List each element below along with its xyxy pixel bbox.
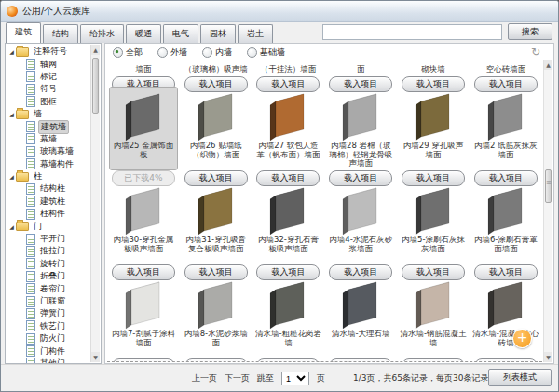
radio-icon[interactable] (247, 47, 257, 58)
tree-item-门构件[interactable]: 门构件 (7, 345, 90, 357)
tree-group-注释符号[interactable]: ◢注释符号 (7, 46, 90, 58)
tree-group-墙[interactable]: ◢墙 (7, 108, 90, 120)
family-tile-box[interactable]: 清水墙-钢筋混凝土墙 (400, 276, 467, 358)
grid-scroll-up-icon[interactable]: ▲ (544, 60, 552, 70)
tree-item-幕墙[interactable]: 幕墙 (7, 133, 90, 145)
family-tile[interactable]: 清水墙-混凝土空心砖墙载入项目 (470, 281, 542, 362)
tree-item-建筑墙[interactable]: 建筑墙 (7, 120, 90, 132)
expand-icon[interactable]: ◢ (7, 111, 16, 117)
tree-item-卷帘门[interactable]: 卷帘门 (7, 282, 90, 294)
load-into-project-button[interactable]: 载入项目 (402, 358, 465, 362)
family-tile[interactable]: 清水墙-钢筋混凝土墙载入项目 (397, 281, 470, 362)
family-tile-box[interactable]: 内墙29 穿孔吸声墙面 (400, 88, 467, 169)
family-tile-box[interactable]: 内墙26 贴墙纸（织物）墙面 (183, 88, 250, 169)
tree-item-幕墙构件[interactable]: 幕墙构件 (7, 158, 90, 170)
tree-item-玻璃幕墙[interactable]: 玻璃幕墙 (7, 145, 90, 157)
family-tile-box[interactable]: 内墙28 岩棉（玻璃棉）轻钢龙骨吸声墙面 (327, 88, 394, 169)
filter-外墙[interactable]: 外墙 (157, 47, 187, 59)
tab-园林[interactable]: 园林 (200, 24, 236, 43)
family-tile-box[interactable]: 内墙7-刮腻子涂料墙面 (110, 276, 177, 358)
tree-item-铁艺门[interactable]: 铁艺门 (7, 320, 90, 332)
family-tile-box[interactable]: 内墙6-涂刷石膏罩面墙面 (472, 182, 539, 264)
tree-item-柱构件[interactable]: 柱构件 (7, 208, 90, 220)
family-tile-box[interactable]: 清水墙-粗糙花岗岩墙 (255, 276, 322, 358)
family-tile-box[interactable]: 内墙30-穿孔金属板吸声墙面 (110, 182, 177, 264)
next-page-link[interactable]: 下一页 (225, 372, 250, 385)
tree-scrollbar[interactable]: ▲ ▼ (90, 45, 100, 362)
tab-给排水[interactable]: 给排水 (80, 24, 124, 43)
family-tile-box[interactable]: 内墙8-水泥砂浆墙面 (183, 276, 250, 358)
tree-item-弹簧门[interactable]: 弹簧门 (7, 307, 90, 319)
tree-item-平开门[interactable]: 平开门 (7, 233, 90, 245)
family-tile[interactable]: 内墙7-刮腻子涂料墙面载入项目 (107, 281, 180, 362)
tree-item-旋转门[interactable]: 旋转门 (7, 258, 90, 270)
family-tile[interactable]: 内墙2 纸筋灰抹灰墙面载入项目 (470, 93, 542, 187)
expand-icon[interactable]: ◢ (7, 173, 16, 180)
family-tile-box[interactable]: 内墙27 软包人造革（帆布面）墙面 (255, 88, 322, 169)
family-tile[interactable]: 内墙5-涂刷石灰抹灰墙面载入项目 (397, 187, 470, 281)
grid-scroll-down-icon[interactable]: ▼ (544, 352, 552, 362)
tab-结构[interactable]: 结构 (43, 24, 78, 43)
tree-item-轴网[interactable]: 轴网 (7, 58, 90, 70)
tree-item-符号[interactable]: 符号 (7, 83, 90, 95)
tree-item-建筑柱[interactable]: 建筑柱 (7, 196, 90, 208)
family-tile-box[interactable]: 内墙32-穿孔石膏板吸声墙面 (255, 182, 322, 264)
tree-item-图框[interactable]: 图框 (7, 96, 90, 108)
filter-内墙[interactable]: 内墙 (202, 47, 232, 59)
family-tile[interactable]: 清水墙-大理石墙载入项目 (324, 281, 397, 362)
radio-icon[interactable] (157, 47, 168, 58)
expand-icon[interactable]: ◢ (7, 223, 16, 230)
search-input[interactable] (322, 24, 502, 40)
grid-scrollbar[interactable]: ▲ ▼ (543, 60, 552, 362)
family-tile[interactable]: 内墙8-水泥砂浆墙面载入项目 (180, 281, 252, 362)
radio-icon[interactable] (113, 47, 123, 58)
tree-group-门[interactable]: ◢门 (7, 220, 90, 232)
search-button[interactable]: 搜索 (508, 23, 552, 40)
load-into-project-button[interactable]: 载入项目 (112, 358, 175, 362)
tree-scroll-thumb[interactable] (92, 58, 99, 114)
tab-建筑[interactable]: 建筑 (6, 22, 41, 43)
tree-item-防火门[interactable]: 防火门 (7, 332, 90, 345)
page-select[interactable]: 1 (281, 372, 309, 385)
radio-icon[interactable] (202, 47, 212, 58)
filter-全部[interactable]: 全部 (113, 47, 143, 59)
family-tile[interactable]: 内墙29 穿孔吸声墙面载入项目 (397, 93, 470, 187)
family-tile[interactable]: 内墙28 岩棉（玻璃棉）轻钢龙骨吸声墙面载入项目 (324, 93, 397, 187)
tab-电气[interactable]: 电气 (163, 24, 198, 43)
grid-scroll-thumb[interactable] (545, 169, 552, 203)
tree-item-推拉门[interactable]: 推拉门 (7, 245, 90, 257)
family-tile-box[interactable]: 清水墙-大理石墙 (327, 276, 394, 358)
family-tile[interactable]: 内墙32-穿孔石膏板吸声墙面载入项目 (252, 187, 325, 281)
family-tile[interactable]: 内墙27 软包人造革（帆布面）墙面载入项目 (252, 93, 325, 187)
load-into-project-button[interactable]: 载入项目 (329, 358, 392, 362)
prev-page-link[interactable]: 上一页 (192, 372, 217, 385)
family-tile-box[interactable]: 内墙4-水泥石灰砂浆墙面 (327, 182, 394, 264)
tree-item-标记[interactable]: 标记 (7, 71, 90, 83)
tab-暖通[interactable]: 暖通 (126, 24, 161, 43)
family-tile-box[interactable]: 内墙5-涂刷石灰抹灰墙面 (400, 182, 467, 264)
family-tile-box[interactable]: 内墙2 纸筋灰抹灰墙面 (472, 88, 539, 169)
tree-item-折叠门[interactable]: 折叠门 (7, 270, 90, 282)
tree-scroll-up-icon[interactable]: ▲ (91, 45, 100, 55)
tab-岩土[interactable]: 岩土 (238, 24, 273, 43)
filter-基础墙[interactable]: 基础墙 (247, 47, 285, 59)
expand-icon[interactable]: ◢ (7, 48, 16, 55)
tree-item-其他门[interactable]: 其他门 (7, 358, 90, 364)
family-tile[interactable]: 内墙6-涂刷石膏罩面墙面载入项目 (470, 187, 542, 281)
family-tile[interactable]: 清水墙-粗糙花岗岩墙载入项目 (252, 281, 325, 362)
family-tile[interactable]: 内墙4-水泥石灰砂浆墙面载入项目 (324, 187, 397, 281)
family-tile-box[interactable]: 内墙31-穿孔吸音复合板吸声墙面 (183, 182, 250, 264)
refresh-icon[interactable]: ↻ (531, 46, 540, 59)
load-into-project-button[interactable]: 载入项目 (256, 358, 320, 362)
tree-group-柱[interactable]: ◢柱 (7, 170, 90, 182)
family-tile-box[interactable]: 内墙25 金属饰面板 (110, 88, 177, 169)
family-tile[interactable]: 内墙25 金属饰面板已下载4% (107, 93, 180, 187)
family-tile[interactable]: 内墙30-穿孔金属板吸声墙面载入项目 (107, 187, 180, 281)
tree-item-门联窗[interactable]: 门联窗 (7, 295, 90, 307)
load-into-project-button[interactable]: 载入项目 (474, 358, 538, 362)
tree-item-结构柱[interactable]: 结构柱 (7, 182, 90, 195)
family-tile[interactable]: 内墙26 贴墙纸（织物）墙面载入项目 (180, 93, 252, 187)
add-button[interactable]: + (512, 329, 532, 348)
load-into-project-button[interactable]: 载入项目 (184, 358, 248, 362)
family-tile[interactable]: 内墙31-穿孔吸音复合板吸声墙面载入项目 (180, 187, 252, 281)
